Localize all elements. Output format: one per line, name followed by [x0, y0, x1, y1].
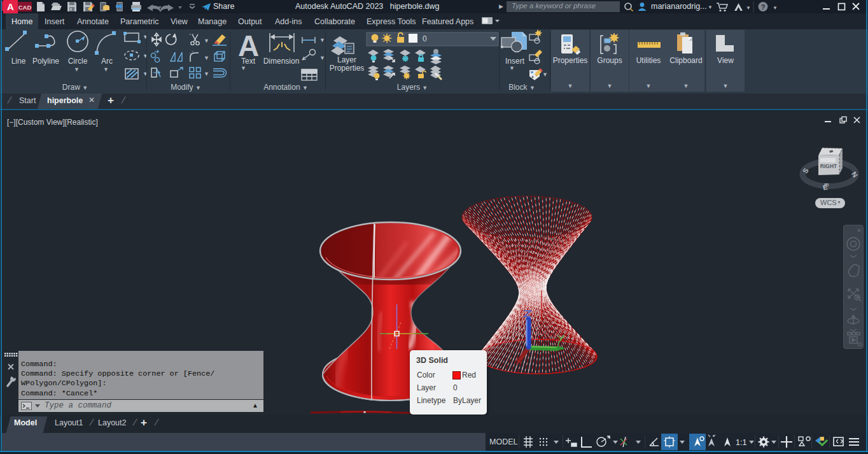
- svg-text:▼: ▼: [103, 66, 109, 73]
- svg-text:RIGHT: RIGHT: [820, 163, 837, 169]
- svg-text:▼: ▼: [143, 71, 146, 77]
- svg-text:▼: ▼: [542, 71, 548, 78]
- svg-text:▼: ▼: [241, 65, 246, 71]
- svg-text:▼: ▼: [143, 53, 146, 59]
- svg-text:▼: ▼: [319, 55, 325, 61]
- svg-text:▼: ▼: [746, 5, 751, 11]
- svg-text:▼: ▼: [204, 38, 209, 44]
- svg-text:CAD: CAD: [18, 4, 32, 11]
- svg-text:▼: ▼: [74, 66, 80, 73]
- svg-text:▼: ▼: [509, 65, 515, 71]
- svg-text:A: A: [7, 1, 14, 12]
- svg-text:▼: ▼: [773, 5, 778, 11]
- svg-text:1:1: 1:1: [736, 438, 746, 447]
- svg-text:m: m: [824, 181, 829, 188]
- svg-text:?: ?: [761, 3, 766, 11]
- svg-text:▼: ▼: [204, 71, 209, 77]
- svg-text:0: 0: [423, 34, 427, 43]
- svg-text:▼: ▼: [143, 34, 146, 40]
- svg-text:▼: ▼: [319, 37, 325, 43]
- svg-text:▼: ▼: [204, 55, 209, 61]
